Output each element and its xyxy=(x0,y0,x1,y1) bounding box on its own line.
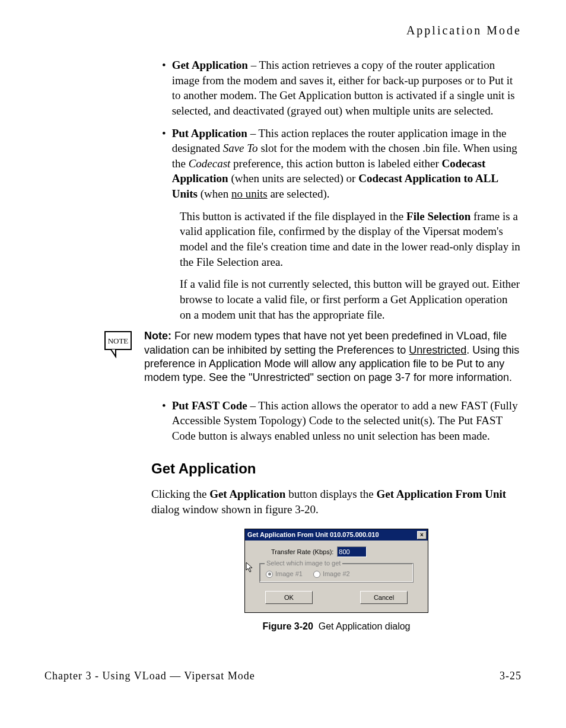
mid: button displays the xyxy=(285,488,376,500)
section-heading: Get Application xyxy=(151,459,522,478)
page-header: Application Mode xyxy=(44,23,522,39)
content: • Get Application – This action retrieve… xyxy=(151,58,522,322)
gafu: Get Application From Unit xyxy=(376,488,506,500)
radio-label: Image #1 xyxy=(275,570,303,578)
footer-right: 3-25 xyxy=(500,669,522,683)
term: Get Application xyxy=(172,59,248,71)
dialog-body: Transfer Rate (Kbps): Select which image… xyxy=(245,541,428,612)
bullet-put-fast-code: • Put FAST Code – This action allows the… xyxy=(151,398,522,444)
transfer-rate-input[interactable] xyxy=(337,546,367,557)
bullet-text: Put FAST Code – This action allows the o… xyxy=(172,398,522,444)
bullet-put-application: • Put Application – This action replaces… xyxy=(151,126,522,202)
figure-number: Figure 3-20 xyxy=(262,621,313,631)
seg: are selected). xyxy=(268,187,330,200)
note-text: For new modem types that have not yet be… xyxy=(144,330,519,383)
ok-button[interactable]: OK xyxy=(265,591,313,604)
radio-dot-icon xyxy=(313,571,320,578)
seg: preference, this action button is labele… xyxy=(230,157,441,170)
bullet-text: Get Application – This action retrieves … xyxy=(172,58,522,119)
save-to: Save To xyxy=(223,142,258,154)
radio-dot-icon xyxy=(266,571,273,578)
dialog-button-row: OK Cancel xyxy=(253,591,419,604)
content-2: • Put FAST Code – This action allows the… xyxy=(151,398,522,633)
radio-image-1[interactable]: Image #1 xyxy=(266,570,303,578)
figure-caption: Figure 3-20 Get Application dialog xyxy=(151,620,522,633)
continuation-1: This button is activated if the file dis… xyxy=(180,209,522,270)
continuation-2: If a valid file is not currently selecte… xyxy=(180,276,522,322)
cursor-icon xyxy=(245,562,255,574)
page-footer: Chapter 3 - Using VLoad — Vipersat Mode … xyxy=(44,669,522,683)
no-units: no units xyxy=(231,187,268,200)
note-icon: NOTE xyxy=(104,330,133,364)
pre: Clicking the xyxy=(151,488,209,500)
file-selection: File Selection xyxy=(406,210,470,222)
post: dialog window shown in figure 3-20. xyxy=(151,503,319,516)
bullet-text: Put Application – This action replaces t… xyxy=(172,126,522,202)
intro-paragraph: Clicking the Get Application button disp… xyxy=(151,487,522,517)
radio-label: Image #2 xyxy=(323,570,350,578)
bullet-marker: • xyxy=(151,398,172,444)
pre: This button is activated if the file dis… xyxy=(180,210,406,222)
term: Put FAST Code xyxy=(172,399,247,412)
group-legend: Select which image to get xyxy=(265,559,342,568)
note-block: NOTE Note: For new modem types that have… xyxy=(44,329,522,385)
note-body: Note: For new modem types that have not … xyxy=(144,329,522,385)
cancel-button[interactable]: Cancel xyxy=(360,591,408,604)
bullet-marker: • xyxy=(151,126,172,202)
transfer-rate-label: Transfer Rate (Kbps): xyxy=(271,548,333,557)
footer-left: Chapter 3 - Using VLoad — Vipersat Mode xyxy=(44,669,255,683)
note-label: Note: xyxy=(144,330,171,342)
term: Put Application xyxy=(172,127,247,139)
bullet-get-application: • Get Application – This action retrieve… xyxy=(151,58,522,119)
radio-row: Image #1 Image #2 xyxy=(266,567,407,578)
unrestricted: Unrestricted xyxy=(409,344,466,356)
transfer-rate-row: Transfer Rate (Kbps): xyxy=(271,546,419,557)
svg-text:NOTE: NOTE xyxy=(108,336,129,345)
dialog-title: Get Application From Unit 010.075.000.01… xyxy=(247,530,379,539)
dialog-figure: Get Application From Unit 010.075.000.01… xyxy=(151,529,522,613)
radio-image-2[interactable]: Image #2 xyxy=(313,570,350,578)
ga: Get Application xyxy=(209,488,285,500)
seg: (when units are selected) or xyxy=(228,172,358,185)
get-application-dialog: Get Application From Unit 010.075.000.01… xyxy=(244,529,428,613)
bullet-marker: • xyxy=(151,58,172,119)
figure-text: Get Application dialog xyxy=(319,621,411,631)
close-icon[interactable]: × xyxy=(417,531,427,539)
codecast: Codecast xyxy=(189,157,231,170)
image-select-group: Select which image to get Image #1 Image… xyxy=(259,563,414,583)
seg: (when xyxy=(198,187,231,200)
dialog-titlebar: Get Application From Unit 010.075.000.01… xyxy=(245,529,428,541)
